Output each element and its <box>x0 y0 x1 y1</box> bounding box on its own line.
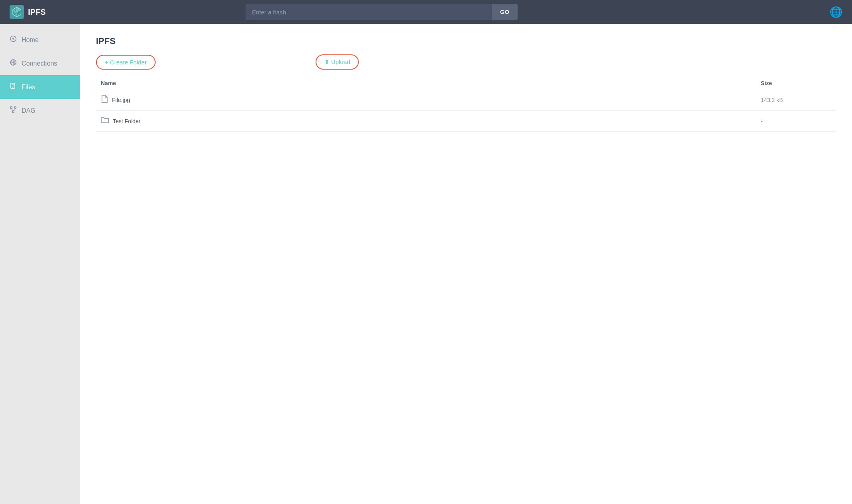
svg-rect-20 <box>12 111 14 112</box>
file-size-cell: 143.2 kB <box>756 89 836 111</box>
sidebar: Home Connections <box>0 24 80 504</box>
sidebar-item-home[interactable]: Home <box>0 28 80 52</box>
ipfs-logo-icon <box>10 5 24 19</box>
files-icon <box>10 82 17 92</box>
sidebar-item-files-label: Files <box>22 84 35 91</box>
svg-line-21 <box>11 108 13 111</box>
app-title: IPFS <box>28 8 46 17</box>
sidebar-item-dag-label: DAG <box>22 107 36 114</box>
svg-rect-18 <box>10 107 12 108</box>
home-icon <box>10 35 17 44</box>
sidebar-item-dag[interactable]: DAG <box>0 99 80 122</box>
page-title: IPFS <box>96 36 836 46</box>
file-name-cell: File.jpg <box>96 89 756 111</box>
folder-icon <box>101 116 109 126</box>
column-header-size: Size <box>756 78 836 89</box>
connections-icon <box>10 59 17 68</box>
globe-icon[interactable]: 🌐 <box>830 6 842 18</box>
main-layout: Home Connections <box>0 24 852 504</box>
sidebar-item-connections[interactable]: Connections <box>0 52 80 75</box>
folder-name[interactable]: Test Folder <box>113 118 140 124</box>
svg-point-9 <box>12 38 14 40</box>
file-icon <box>101 95 108 105</box>
column-header-name: Name <box>96 78 756 89</box>
table-row: File.jpg 143.2 kB <box>96 89 836 111</box>
dag-icon <box>10 106 17 115</box>
folder-name-cell: Test Folder <box>96 111 756 132</box>
sidebar-item-connections-label: Connections <box>22 60 57 67</box>
top-navigation: IPFS GO 🌐 <box>0 0 852 24</box>
logo-area: IPFS <box>10 5 90 19</box>
svg-line-22 <box>13 108 15 111</box>
create-folder-button[interactable]: + Create Folder <box>96 55 156 70</box>
sidebar-item-home-label: Home <box>22 36 39 44</box>
main-content: IPFS + Create Folder ⬆ Upload Name Size <box>80 24 852 504</box>
action-buttons-row: + Create Folder ⬆ Upload <box>96 54 836 70</box>
table-row: Test Folder - <box>96 111 836 132</box>
upload-button[interactable]: ⬆ Upload <box>316 54 359 70</box>
hash-search-area: GO <box>246 4 518 20</box>
svg-rect-19 <box>14 107 16 108</box>
sidebar-item-files[interactable]: Files <box>0 75 80 99</box>
go-button[interactable]: GO <box>492 4 518 20</box>
folder-size-cell: - <box>756 111 836 132</box>
file-table: Name Size File.jpg <box>96 78 836 132</box>
hash-input[interactable] <box>246 4 492 20</box>
file-name[interactable]: File.jpg <box>112 97 130 103</box>
